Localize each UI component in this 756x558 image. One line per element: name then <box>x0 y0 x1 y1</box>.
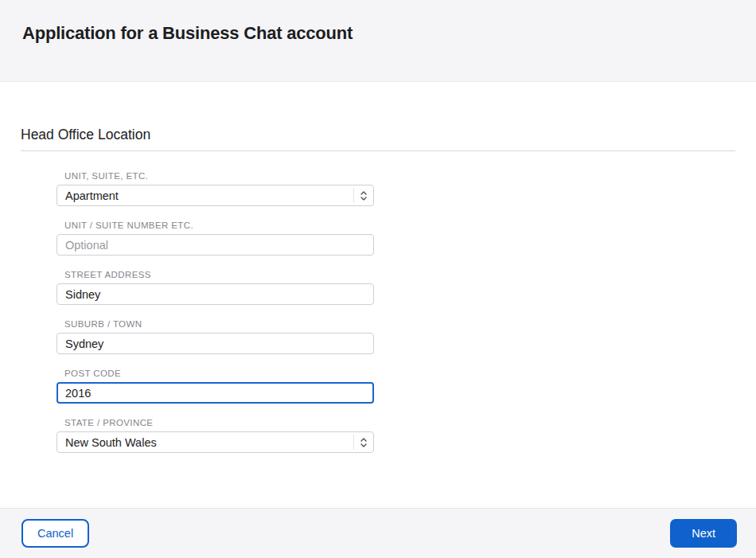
field-unit-suite-type: UNIT, SUITE, ETC. Apartment <box>57 171 374 206</box>
field-state-province: STATE / PROVINCE New South Wales <box>57 418 374 453</box>
street-address-input[interactable] <box>57 283 374 305</box>
unit-suite-type-label: UNIT, SUITE, ETC. <box>64 171 374 181</box>
footer-bar: Cancel Next <box>0 508 756 558</box>
state-province-label: STATE / PROVINCE <box>64 418 374 427</box>
street-address-label: STREET ADDRESS <box>64 270 374 279</box>
up-down-chevrons-icon <box>353 188 373 203</box>
unit-suite-type-value: Apartment <box>65 189 353 202</box>
suburb-town-input[interactable] <box>57 333 374 354</box>
cancel-button[interactable]: Cancel <box>21 519 89 548</box>
page-header: Application for a Business Chat account <box>0 0 756 82</box>
unit-suite-type-select[interactable]: Apartment <box>57 185 374 206</box>
post-code-input[interactable] <box>57 382 374 404</box>
field-suburb-town: SUBURB / TOWN <box>57 319 374 354</box>
field-post-code: POST CODE <box>57 369 374 404</box>
state-province-value: New South Wales <box>65 436 353 449</box>
main-content: Head Office Location UNIT, SUITE, ETC. A… <box>0 127 756 453</box>
field-unit-suite-number: UNIT / SUITE NUMBER ETC. <box>57 220 374 256</box>
field-street-address: STREET ADDRESS <box>57 270 374 305</box>
suburb-town-label: SUBURB / TOWN <box>64 319 374 329</box>
section-title: Head Office Location <box>21 127 735 143</box>
page-title: Application for a Business Chat account <box>22 23 756 44</box>
state-province-select[interactable]: New South Wales <box>57 431 374 453</box>
unit-suite-number-label: UNIT / SUITE NUMBER ETC. <box>64 220 374 230</box>
next-button[interactable]: Next <box>670 519 737 548</box>
unit-suite-number-input[interactable] <box>57 234 374 256</box>
up-down-chevrons-icon <box>353 435 373 450</box>
section-divider <box>21 150 735 151</box>
post-code-label: POST CODE <box>64 369 374 378</box>
head-office-location-form: UNIT, SUITE, ETC. Apartment UNIT / SUITE… <box>57 171 374 453</box>
